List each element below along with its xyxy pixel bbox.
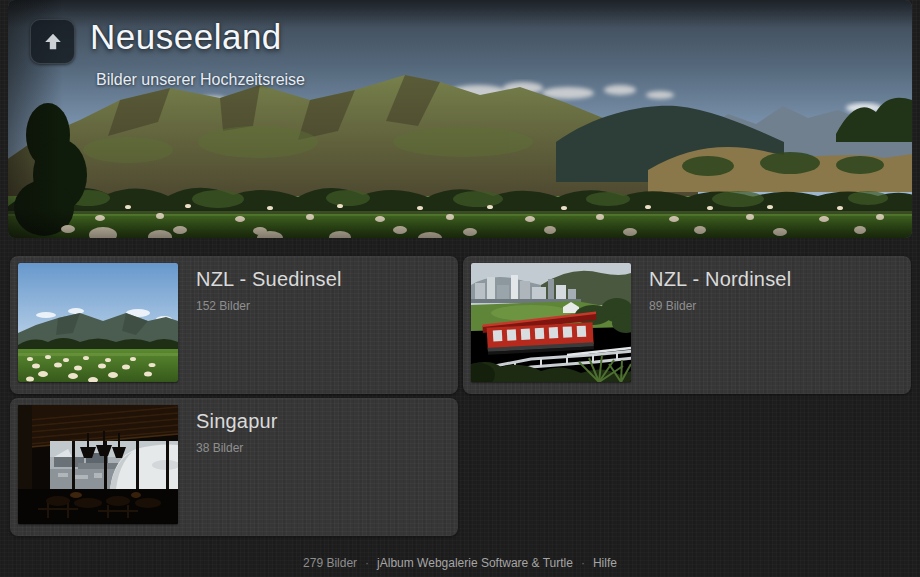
footer-separator: ·	[581, 556, 585, 570]
hero-header: Neuseeland Bilder unserer Hochzeitsreise	[8, 0, 912, 238]
footer-total-count: 279 Bilder	[303, 556, 357, 570]
page-subtitle: Bilder unserer Hochzeitsreise	[96, 71, 305, 89]
album-image-count: 38 Bilder	[196, 441, 278, 455]
footer-software-link[interactable]: jAlbum Webgalerie Software & Turtle	[377, 556, 573, 570]
album-thumbnail-airport	[18, 405, 178, 524]
album-thumbnail-sheep-meadow	[18, 263, 178, 382]
album-card-suedinsel[interactable]: NZL - Suedinsel 152 Bilder	[10, 256, 458, 394]
album-card-singapur[interactable]: Singapur 38 Bilder	[10, 398, 458, 536]
album-thumbnail-cable-car	[471, 263, 631, 382]
footer-separator: ·	[365, 556, 369, 570]
album-title: NZL - Suedinsel	[196, 268, 342, 291]
up-arrow-icon	[42, 30, 64, 53]
album-grid: NZL - Suedinsel 152 Bilder	[10, 256, 911, 536]
album-image-count: 152 Bilder	[196, 299, 342, 313]
album-info: Singapur 38 Bilder	[196, 405, 278, 528]
album-image-count: 89 Bilder	[649, 299, 791, 313]
footer-help-link[interactable]: Hilfe	[593, 556, 617, 570]
up-navigation-button[interactable]	[30, 19, 75, 64]
footer: 279 Bilder·jAlbum Webgalerie Software & …	[0, 556, 920, 570]
album-info: NZL - Suedinsel 152 Bilder	[196, 263, 342, 386]
album-title: Singapur	[196, 410, 278, 433]
album-title: NZL - Nordinsel	[649, 268, 791, 291]
album-card-nordinsel[interactable]: NZL - Nordinsel 89 Bilder	[463, 256, 911, 394]
page-title: Neuseeland	[90, 17, 282, 57]
album-info: NZL - Nordinsel 89 Bilder	[649, 263, 791, 386]
